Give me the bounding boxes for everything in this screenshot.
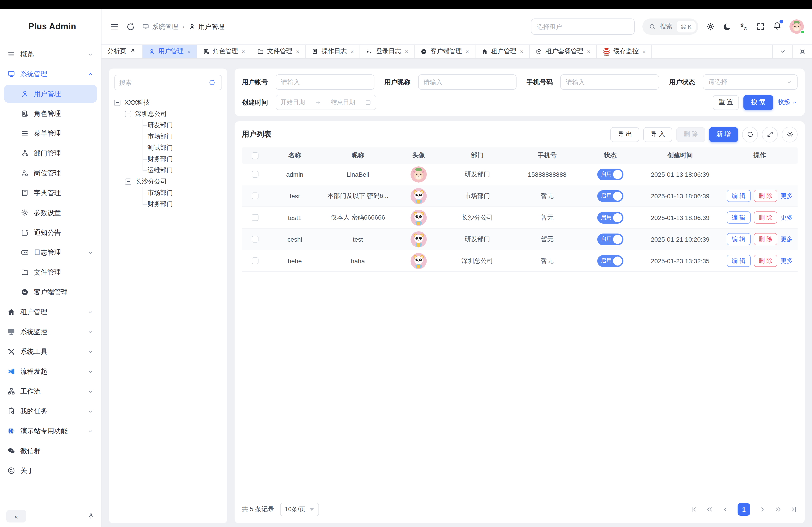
next-10-pages-icon[interactable] <box>774 506 782 513</box>
refresh-table-button[interactable] <box>742 126 758 142</box>
import-button[interactable]: 导 入 <box>643 127 672 142</box>
status-select[interactable]: 请选择 <box>703 74 798 90</box>
content-fullscreen-button[interactable] <box>792 45 812 58</box>
row-checkbox[interactable] <box>252 171 259 178</box>
export-button[interactable]: 导 出 <box>611 127 639 142</box>
close-icon[interactable]: × <box>587 48 590 55</box>
date-range-picker[interactable]: 开始日期 结束日期 <box>276 95 376 110</box>
tabs-dropdown-button[interactable] <box>772 45 792 58</box>
tab-user-management[interactable]: 用户管理 × <box>143 45 197 58</box>
tab-client-management[interactable]: 客户端管理 × <box>415 45 475 58</box>
sidebar-item-about[interactable]: 关于 <box>0 461 101 481</box>
more-link[interactable]: 更多 <box>781 192 793 200</box>
tree-search-input[interactable] <box>115 75 202 90</box>
delete-button[interactable]: 删 除 <box>754 211 778 224</box>
sidebar-item-log-management[interactable]: DEV 日志管理 <box>0 243 101 262</box>
more-link[interactable]: 更多 <box>781 213 793 222</box>
delete-button[interactable]: 删 除 <box>754 190 778 202</box>
tree-node-dept[interactable]: 财务部门 <box>114 153 222 165</box>
close-icon[interactable]: × <box>466 48 469 55</box>
tree-node-changsha-branch[interactable]: 长沙分公司 <box>114 176 222 187</box>
breadcrumb-user-management[interactable]: 用户管理 <box>188 22 224 31</box>
sidebar-item-dict-management[interactable]: 字典管理 <box>0 183 101 203</box>
status-toggle[interactable]: 启用 <box>597 190 623 202</box>
sidebar-item-tenant-management[interactable]: 租户管理 <box>0 302 101 322</box>
sidebar-item-workflow[interactable]: 工作流 <box>0 381 101 401</box>
sidebar-item-param-settings[interactable]: 参数设置 <box>0 203 101 223</box>
first-page-icon[interactable] <box>690 506 697 513</box>
tree-node-dept[interactable]: 市场部门 <box>114 187 222 198</box>
close-icon[interactable]: × <box>520 48 523 55</box>
reset-button[interactable]: 重 置 <box>713 95 739 110</box>
next-page-icon[interactable] <box>759 506 766 513</box>
sidebar-collapse-button[interactable]: « <box>6 510 26 523</box>
select-all-checkbox[interactable] <box>252 152 259 159</box>
batch-delete-button[interactable]: 删 除 <box>676 127 705 142</box>
sidebar-item-menu-management[interactable]: 菜单管理 <box>0 123 101 144</box>
tab-cache-monitor[interactable]: redis 缓存监控 × <box>597 45 652 58</box>
tree-node-dept[interactable]: 财务部门 <box>114 198 222 210</box>
breadcrumb-system-management[interactable]: 系统管理 <box>142 22 178 31</box>
close-icon[interactable]: × <box>296 48 299 55</box>
fullscreen-icon[interactable] <box>756 22 765 31</box>
collapse-filters-link[interactable]: 收起 <box>778 98 798 106</box>
sidebar-item-overview[interactable]: 概览 <box>0 44 101 64</box>
close-icon[interactable]: × <box>642 48 646 55</box>
phone-input[interactable] <box>561 74 659 90</box>
status-toggle[interactable]: 启用 <box>597 255 623 267</box>
tree-node-company-root[interactable]: XXX科技 <box>114 97 222 108</box>
tab-role-management[interactable]: 角色管理 × <box>197 45 251 58</box>
settings-gear-icon[interactable] <box>706 22 715 31</box>
sidebar-item-demo-features[interactable]: 演示站专用功能 <box>0 421 101 441</box>
delete-button[interactable]: 删 除 <box>754 255 778 267</box>
edit-button[interactable]: 编 辑 <box>727 211 751 224</box>
expand-table-button[interactable] <box>762 126 778 142</box>
sidebar-item-post-management[interactable]: 岗位管理 <box>0 163 101 183</box>
sidebar-item-wechat-group[interactable]: 微信群 <box>0 441 101 461</box>
collapse-menu-icon[interactable] <box>110 22 119 31</box>
user-avatar[interactable] <box>789 19 804 34</box>
tab-tenant-package[interactable]: 租户套餐管理 × <box>530 45 597 58</box>
account-input[interactable] <box>276 74 374 90</box>
sidebar-item-my-tasks[interactable]: 我的任务 <box>0 401 101 421</box>
status-toggle[interactable]: 启用 <box>597 168 623 180</box>
status-toggle[interactable]: 启用 <box>597 233 623 245</box>
more-link[interactable]: 更多 <box>781 235 793 243</box>
collapse-box-icon[interactable] <box>125 178 131 185</box>
edit-button[interactable]: 编 辑 <box>727 255 751 267</box>
tree-node-dept[interactable]: 研发部门 <box>114 119 222 131</box>
edit-button[interactable]: 编 辑 <box>727 190 751 202</box>
status-toggle[interactable]: 启用 <box>597 212 623 223</box>
page-size-select[interactable]: 10条/页 <box>280 503 319 516</box>
tree-node-shenzhen-hq[interactable]: 深圳总公司 <box>114 108 222 119</box>
row-checkbox[interactable] <box>252 214 259 221</box>
collapse-box-icon[interactable] <box>114 100 120 106</box>
row-checkbox[interactable] <box>252 257 259 264</box>
dark-mode-moon-icon[interactable] <box>723 22 732 31</box>
sidebar-item-user-management[interactable]: 用户管理 <box>4 85 97 103</box>
delete-button[interactable]: 删 除 <box>754 233 778 245</box>
pin-icon[interactable] <box>129 48 136 55</box>
sidebar-item-file-management[interactable]: 文件管理 <box>0 262 101 282</box>
translate-icon[interactable]: 文A <box>739 22 749 31</box>
pin-icon[interactable] <box>87 512 95 520</box>
column-settings-button[interactable] <box>782 126 798 142</box>
sidebar-item-client-management[interactable]: 客户端管理 <box>0 282 101 302</box>
sidebar-item-notice[interactable]: 通知公告 <box>0 223 101 243</box>
reload-page-icon[interactable] <box>126 22 135 31</box>
notifications-button[interactable] <box>773 21 782 32</box>
tree-node-dept[interactable]: 市场部门 <box>114 131 222 142</box>
tab-tenant-management[interactable]: 租户管理 × <box>475 45 530 58</box>
global-search-button[interactable]: 搜索 ⌘ K <box>642 18 698 35</box>
sidebar-item-dept-management[interactable]: 部门管理 <box>0 144 101 163</box>
prev-page-icon[interactable] <box>722 506 729 513</box>
search-button[interactable]: 搜 索 <box>743 95 773 110</box>
tab-analysis[interactable]: 分析页 <box>102 45 143 58</box>
current-page[interactable]: 1 <box>738 503 750 516</box>
close-icon[interactable]: × <box>350 48 354 55</box>
nickname-input[interactable] <box>418 74 517 90</box>
tenant-select-input[interactable] <box>531 18 635 35</box>
close-icon[interactable]: × <box>242 48 245 55</box>
tab-file-management[interactable]: 文件管理 × <box>251 45 306 58</box>
tree-refresh-button[interactable] <box>202 75 221 90</box>
